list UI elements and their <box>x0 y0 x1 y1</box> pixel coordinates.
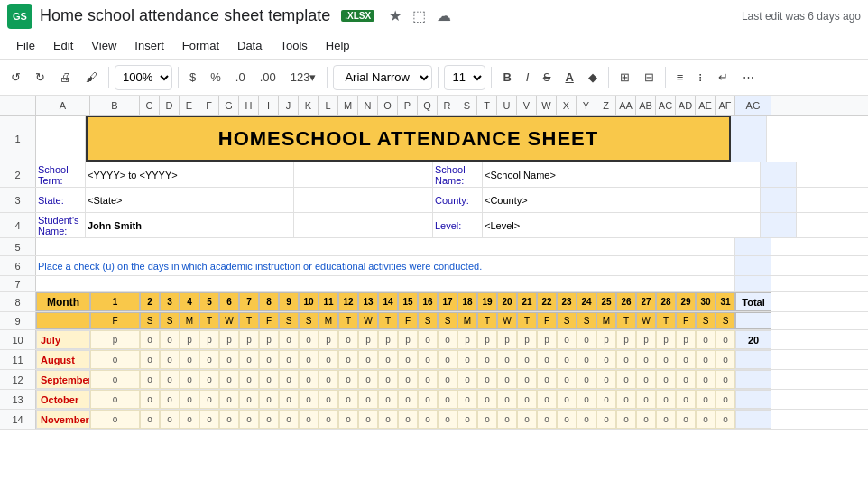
data-cell-July-9[interactable]: o <box>279 330 299 349</box>
col-header-AB[interactable]: AB <box>636 96 656 115</box>
data-cell-September-22[interactable]: o <box>537 370 557 389</box>
data-cell-September-18[interactable]: o <box>457 370 477 389</box>
data-cell-October-22[interactable]: o <box>537 390 557 409</box>
data-cell-August-23[interactable]: o <box>557 350 577 369</box>
data-cell-October-21[interactable]: o <box>517 390 537 409</box>
data-cell-October-17[interactable]: o <box>438 390 457 409</box>
data-cell-October-14[interactable]: o <box>378 390 398 409</box>
data-cell-October-4[interactable]: o <box>180 390 199 409</box>
data-cell-November-4[interactable]: o <box>180 410 199 429</box>
data-cell-July-1[interactable]: p <box>90 330 140 349</box>
col-header-Y[interactable]: Y <box>577 96 596 115</box>
data-cell-November-26[interactable]: o <box>616 410 636 429</box>
data-cell-October-25[interactable]: o <box>596 390 616 409</box>
data-cell-July-26[interactable]: p <box>616 330 636 349</box>
data-cell-August-2[interactable]: o <box>140 350 160 369</box>
data-cell-July-14[interactable]: p <box>378 330 398 349</box>
data-cell-September-3[interactable]: o <box>160 370 180 389</box>
v-align-button[interactable]: ⫶ <box>692 67 709 88</box>
data-cell-October-5[interactable]: o <box>199 390 219 409</box>
data-cell-October-30[interactable]: o <box>696 390 716 409</box>
col-header-AE[interactable]: AE <box>696 96 716 115</box>
currency-button[interactable]: $ <box>184 67 201 88</box>
data-cell-September-23[interactable]: o <box>557 370 577 389</box>
data-cell-October-6[interactable]: o <box>219 390 239 409</box>
data-cell-October-23[interactable]: o <box>557 390 577 409</box>
data-cell-October-15[interactable]: o <box>398 390 418 409</box>
data-cell-August-4[interactable]: o <box>180 350 199 369</box>
font-size-select[interactable]: 11 <box>444 65 485 90</box>
borders-button[interactable]: ⊞ <box>614 67 635 88</box>
data-cell-September-28[interactable]: o <box>656 370 676 389</box>
data-cell-November-9[interactable]: o <box>279 410 299 429</box>
data-cell-September-5[interactable]: o <box>199 370 219 389</box>
zoom-select[interactable]: 100% <box>115 65 172 90</box>
data-cell-November-16[interactable]: o <box>418 410 438 429</box>
data-cell-July-19[interactable]: p <box>477 330 497 349</box>
col-header-L[interactable]: L <box>319 96 338 115</box>
data-cell-October-9[interactable]: o <box>279 390 299 409</box>
col-header-T[interactable]: T <box>477 96 497 115</box>
col-header-AF[interactable]: AF <box>716 96 735 115</box>
data-cell-July-2[interactable]: o <box>140 330 160 349</box>
col-header-Q[interactable]: Q <box>418 96 438 115</box>
data-cell-August-31[interactable]: o <box>716 350 735 369</box>
data-cell-July-12[interactable]: o <box>338 330 358 349</box>
data-cell-July-3[interactable]: o <box>160 330 180 349</box>
undo-button[interactable]: ↺ <box>5 67 26 88</box>
data-cell-August-28[interactable]: o <box>656 350 676 369</box>
menu-data[interactable]: Data <box>228 35 271 56</box>
data-cell-November-10[interactable]: o <box>299 410 319 429</box>
data-cell-September-31[interactable]: o <box>716 370 735 389</box>
data-cell-August-3[interactable]: o <box>160 350 180 369</box>
col-header-J[interactable]: J <box>279 96 299 115</box>
data-cell-August-25[interactable]: o <box>596 350 616 369</box>
data-cell-October-19[interactable]: o <box>477 390 497 409</box>
col-header-F[interactable]: F <box>199 96 219 115</box>
menu-file[interactable]: File <box>7 35 44 56</box>
data-cell-November-7[interactable]: o <box>239 410 259 429</box>
data-cell-August-16[interactable]: o <box>418 350 438 369</box>
data-cell-July-10[interactable]: o <box>299 330 319 349</box>
col-header-K[interactable]: K <box>299 96 319 115</box>
star-icon[interactable]: ★ <box>389 7 402 24</box>
data-cell-July-17[interactable]: o <box>438 330 457 349</box>
col-header-G[interactable]: G <box>219 96 239 115</box>
menu-format[interactable]: Format <box>173 35 228 56</box>
paint-format-button[interactable]: 🖌 <box>80 67 103 88</box>
h-align-button[interactable]: ≡ <box>671 67 689 88</box>
data-cell-October-18[interactable]: o <box>457 390 477 409</box>
menu-insert[interactable]: Insert <box>125 35 173 56</box>
data-cell-August-10[interactable]: o <box>299 350 319 369</box>
data-cell-October-29[interactable]: o <box>676 390 696 409</box>
data-cell-August-6[interactable]: o <box>219 350 239 369</box>
data-cell-November-14[interactable]: o <box>378 410 398 429</box>
menu-help[interactable]: Help <box>317 35 359 56</box>
data-cell-July-13[interactable]: p <box>358 330 378 349</box>
data-cell-November-31[interactable]: o <box>716 410 735 429</box>
col-header-AD[interactable]: AD <box>676 96 696 115</box>
data-cell-August-9[interactable]: o <box>279 350 299 369</box>
data-cell-October-28[interactable]: o <box>656 390 676 409</box>
data-cell-August-1[interactable]: o <box>90 350 140 369</box>
data-cell-November-22[interactable]: o <box>537 410 557 429</box>
data-cell-September-9[interactable]: o <box>279 370 299 389</box>
col-header-W[interactable]: W <box>537 96 557 115</box>
strikethrough-button[interactable]: S̶ <box>538 67 556 88</box>
data-cell-September-12[interactable]: o <box>338 370 358 389</box>
data-cell-October-2[interactable]: o <box>140 390 160 409</box>
data-cell-October-16[interactable]: o <box>418 390 438 409</box>
data-cell-August-18[interactable]: o <box>457 350 477 369</box>
data-cell-July-18[interactable]: p <box>457 330 477 349</box>
col-header-AC[interactable]: AC <box>656 96 676 115</box>
data-cell-September-25[interactable]: o <box>596 370 616 389</box>
col-header-AA[interactable]: AA <box>616 96 636 115</box>
data-cell-September-13[interactable]: o <box>358 370 378 389</box>
data-cell-September-11[interactable]: o <box>319 370 338 389</box>
data-cell-November-21[interactable]: o <box>517 410 537 429</box>
data-cell-July-11[interactable]: p <box>319 330 338 349</box>
data-cell-September-6[interactable]: o <box>219 370 239 389</box>
menu-tools[interactable]: Tools <box>271 35 316 56</box>
data-cell-November-13[interactable]: o <box>358 410 378 429</box>
data-cell-July-22[interactable]: p <box>537 330 557 349</box>
